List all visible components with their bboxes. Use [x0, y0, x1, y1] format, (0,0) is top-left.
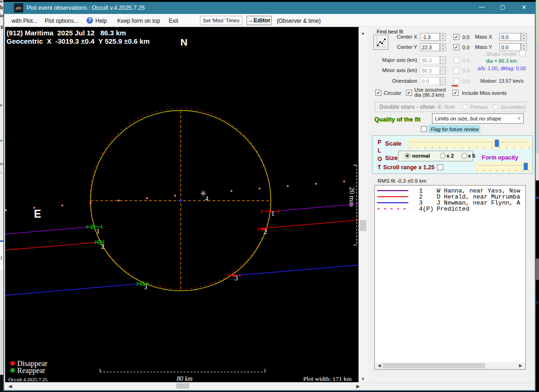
plot-header-line1: (912) Maritima 2025 Jul 12 86.3 km [7, 29, 126, 37]
include-miss-checkbox[interactable]: ✓ [452, 90, 459, 96]
mass-x-input[interactable]: 0.0 [499, 33, 521, 41]
plot-horizontal-scrollbar[interactable]: ◀ ▶ [5, 382, 367, 390]
plot-letter-p: P [378, 139, 381, 146]
mass-y-input[interactable]: 0.0 [499, 43, 521, 51]
flag-review-label: Flag for future review [431, 126, 479, 132]
listbox-horizontal-scrollbar[interactable]: ◀ ▶ [375, 362, 526, 369]
mass-x-spinner[interactable]: ▲▼ [521, 33, 527, 41]
minor-axis-spinner[interactable]: ▲▼ [440, 66, 446, 74]
scroll-range-checkbox[interactable] [437, 164, 443, 170]
form-opacity-slider-thumb[interactable] [524, 163, 528, 170]
version-label: Occult 4.2025.7.25 [8, 377, 48, 382]
menu-with-plot[interactable]: with Plot... [12, 18, 37, 24]
help-icon: ? [87, 17, 93, 24]
major-axis-checkbox[interactable] [453, 57, 459, 63]
h-scale-label: 80 km [177, 375, 193, 382]
plot-controls-panel: P L O T Scale Size normal x 2 x 5 Form o… [372, 135, 533, 174]
form-opacity-label: Form opacity [482, 154, 519, 161]
quality-dropdown-value: Limits on size, but no shape [435, 116, 501, 121]
app-window: Plot event observations : Occult v.4.202… [3, 2, 536, 391]
chord-2 [5, 220, 359, 251]
list-item[interactable]: 1 W Hanna, near Yass, Nsw [375, 187, 526, 193]
menu-bar: with Plot... Plot options... ? Help Keep… [4, 14, 535, 27]
scroll-thumb-vertical[interactable] [359, 220, 366, 231]
double-stars-primary-label: Primary [470, 104, 488, 110]
observer-time-label[interactable]: {Observer & time} [277, 18, 321, 24]
minor-axis-input[interactable]: 86.3 [420, 66, 440, 74]
dropdown-chevron-icon: ˅ [518, 116, 520, 121]
plot-header-line2: Geocentric X -3019.3 ±0.4 Y 525.9 ±0.6 k… [7, 37, 150, 45]
major-axis-input[interactable]: 86.3 [420, 56, 440, 64]
quality-dropdown[interactable]: Limits on size, but no shape ˅ [432, 113, 524, 124]
center-y-input[interactable]: 22.3 [420, 43, 440, 51]
plot-canvas[interactable]: (912) Maritima 2025 Jul 12 86.3 km Geoce… [5, 27, 359, 382]
double-stars-both-radio[interactable] [437, 104, 442, 110]
title-bar[interactable]: Plot event observations : Occult v.4.202… [3, 2, 536, 14]
shape-model-label: Shape model [468, 51, 516, 57]
menu-keep-on-top[interactable]: Keep form on top [117, 18, 160, 24]
shape-model-checkbox[interactable] [519, 50, 526, 56]
orientation-spinner[interactable]: ▲▼ [440, 77, 446, 85]
menu-exit[interactable]: Exit [169, 18, 178, 24]
list-item[interactable]: 4(P) Predicted [375, 206, 526, 212]
plot-letter-l: L [378, 147, 381, 154]
scale-slider-thumb[interactable] [495, 140, 499, 147]
double-stars-secondary-radio[interactable] [492, 104, 498, 110]
form-opacity-slider[interactable] [476, 162, 531, 172]
reappear-legend-dot [10, 368, 15, 373]
set-miss-times-button[interactable]: Set 'Miss' Times [200, 16, 242, 25]
center-x-label: Center X [352, 34, 417, 40]
mass-y-label: Mass Y [445, 44, 492, 50]
list-item[interactable]: 3 J Newman, near Flynn, A [375, 199, 526, 206]
use-assumed-checkbox[interactable]: ✓ [406, 90, 412, 96]
chord-1-right-label: 1 [271, 210, 275, 217]
double-stars-label: Double stars - show [379, 104, 435, 110]
disappear-markers[interactable] [229, 210, 279, 278]
major-axis-spinner[interactable]: ▲▼ [440, 56, 446, 64]
motion-label: Motion: 13.57 km/s [480, 78, 524, 84]
minimize-button[interactable]: — [475, 4, 489, 12]
scale-slider[interactable] [408, 139, 531, 149]
window-title: Plot event observations : Occult v.4.202… [27, 5, 145, 11]
listbox-scroll-thumb[interactable] [383, 363, 485, 368]
minor-axis-checkbox[interactable] [453, 67, 459, 73]
chord-2-left-label: 2 [101, 243, 105, 250]
menu-plot-options[interactable]: Plot options... [45, 18, 79, 24]
listbox-scroll-left-arrow[interactable]: ◀ [378, 363, 381, 368]
plot-letter-t: T [378, 164, 381, 171]
center-x-input[interactable]: -1.3 [420, 33, 440, 41]
size-x5-radio[interactable] [461, 153, 467, 159]
size-x2-radio[interactable] [440, 153, 446, 159]
scroll-down-arrow[interactable]: ▼ [361, 377, 365, 381]
size-normal-radio[interactable] [405, 153, 410, 159]
mass-x-label: Mass X [445, 34, 492, 40]
orientation-checkbox[interactable] [453, 78, 459, 84]
plot-width-label: Plot width: 171 km [303, 375, 352, 382]
flag-review-checkbox[interactable] [421, 126, 427, 132]
minor-axis-label: Minor axis (km) [352, 67, 417, 73]
scroll-thumb-horizontal[interactable] [176, 383, 189, 389]
maximize-button[interactable]: ▢ [496, 4, 510, 12]
predicted-chord-dots [5, 180, 345, 211]
chord-2-right-label: 2 [264, 228, 267, 235]
circular-checkbox[interactable]: ✓ [375, 90, 381, 96]
listbox-scroll-right-arrow[interactable]: ▶ [519, 363, 522, 368]
app-icon [14, 3, 23, 13]
chord-3-right-label: 3 [234, 274, 238, 282]
menu-help[interactable]: Help [95, 18, 107, 24]
chord-1 [5, 204, 359, 234]
scroll-left-arrow[interactable]: ◀ [8, 384, 12, 389]
chord-3-left-label: 3 [144, 283, 147, 291]
editor-button[interactable]: →Editor [246, 16, 272, 25]
scroll-range-label: Scroll range x 1.25 [383, 164, 434, 171]
horizontal-scale-bar [100, 369, 265, 372]
orientation-input[interactable]: 0.0 [420, 77, 440, 85]
double-stars-primary-radio[interactable] [462, 104, 468, 110]
east-label: E [34, 208, 41, 220]
predicted-chord-label: 4 [205, 195, 208, 202]
close-button[interactable]: ✕ [517, 4, 531, 12]
list-item[interactable]: 2 D Herald, near Murrumba [375, 193, 526, 199]
observations-listbox[interactable]: 1 W Hanna, near Yass, Nsw 2 D Herald, ne… [374, 185, 526, 370]
scroll-right-arrow[interactable]: ▶ [356, 384, 360, 389]
size-label: Size [385, 154, 398, 161]
